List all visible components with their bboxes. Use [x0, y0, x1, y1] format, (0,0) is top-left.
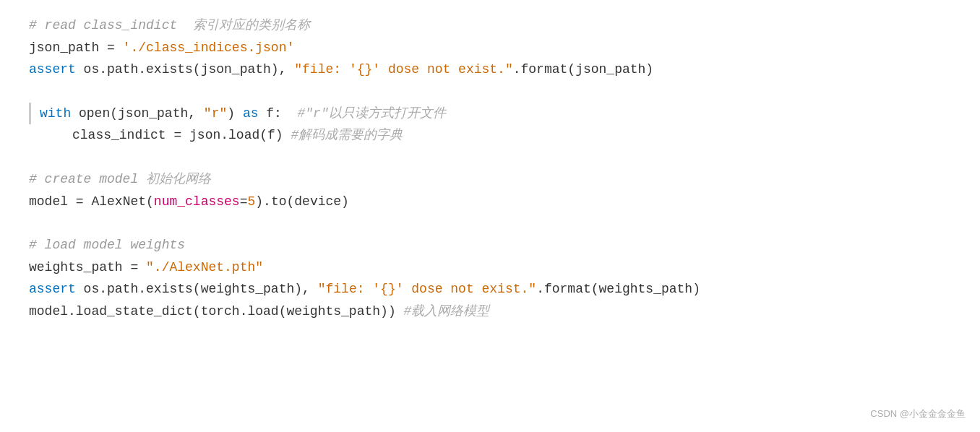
op-1: = — [99, 37, 122, 59]
code-line-with: with open(json_path, "r" ) as f: #"r"以只读… — [29, 103, 951, 125]
param-eq: = — [240, 191, 248, 213]
with-rest1: open(json_path, — [71, 103, 204, 125]
with-rest2: ) — [227, 103, 243, 125]
blank-1 — [29, 81, 951, 103]
comment-text-1: # read class_indict — [29, 14, 177, 37]
var-json-path: json_path — [29, 37, 99, 59]
str-weights-path: "./AlexNet.pth" — [146, 256, 263, 279]
param-num-classes: num_classes — [154, 191, 240, 213]
code-line-assert-2: assert os.path.exists(weights_path), "fi… — [29, 278, 951, 301]
json-load-cn: #解码成需要的字典 — [283, 124, 403, 147]
assert-rest-2: os.path.exists(weights_path), — [76, 278, 318, 301]
assert-end-2: .format(weights_path) — [536, 278, 700, 301]
var-class-indict: class_indict — [72, 124, 166, 147]
op-2: = — [166, 124, 189, 147]
code-line-model: model = AlexNet( num_classes = 5 ).to(de… — [29, 191, 951, 213]
kw-assert-1: assert — [29, 59, 76, 81]
watermark: CSDN @小金金金金鱼 — [870, 407, 966, 420]
with-cn: #"r"以只读方式打开文件 — [282, 103, 446, 125]
comment-text-4: # load model weights — [29, 234, 185, 256]
assert-str-2: "file: '{}' dose not exist." — [318, 278, 536, 301]
json-load: json.load(f) — [189, 124, 283, 147]
comment-cn-1: 索引对应的类别名称 — [177, 14, 310, 37]
op-4: = — [123, 256, 146, 279]
assert-str-1: "file: '{}' dose not exist." — [294, 59, 512, 81]
kw-with: with — [40, 103, 71, 125]
code-container: # read class_indict 索引对应的类别名称 json_path … — [0, 0, 980, 432]
load-state-cn: #载入网络模型 — [396, 301, 490, 323]
str-json-path: './class_indices.json' — [123, 37, 295, 59]
with-str: "r" — [204, 103, 227, 125]
kw-assert-2: assert — [29, 278, 76, 301]
comment-line-4: # load model weights — [29, 234, 951, 256]
comment-line-1: # read class_indict 索引对应的类别名称 — [29, 14, 951, 37]
blank-2 — [29, 147, 951, 168]
kw-as: as — [243, 103, 259, 125]
code-line-weights-path: weights_path = "./AlexNet.pth" — [29, 256, 951, 279]
code-line-load-state: model.load_state_dict(torch.load(weights… — [29, 301, 951, 323]
code-block: # read class_indict 索引对应的类别名称 json_path … — [29, 14, 951, 323]
comment-text-3: # create model — [29, 168, 138, 191]
comment-line-3: # create model 初始化网络 — [29, 168, 951, 191]
alexnet-call: AlexNet( — [91, 191, 153, 213]
with-rest3: f: — [258, 103, 281, 125]
model-end: ).to(device) — [255, 191, 349, 213]
code-line-assert-1: assert os.path.exists(json_path), "file:… — [29, 59, 951, 81]
comment-cn-3: 初始化网络 — [138, 168, 211, 191]
code-line-json-path: json_path = './class_indices.json' — [29, 37, 951, 59]
num-5: 5 — [247, 191, 255, 213]
var-model: model — [29, 191, 68, 213]
assert-end-1: .format(json_path) — [513, 59, 653, 81]
op-3: = — [68, 191, 91, 213]
assert-rest-1: os.path.exists(json_path), — [76, 59, 294, 81]
code-line-class-indict: class_indict = json.load(f) #解码成需要的字典 — [29, 124, 951, 147]
blank-3 — [29, 212, 951, 234]
load-state-dict: model.load_state_dict(torch.load(weights… — [29, 301, 396, 323]
var-weights-path: weights_path — [29, 256, 123, 279]
